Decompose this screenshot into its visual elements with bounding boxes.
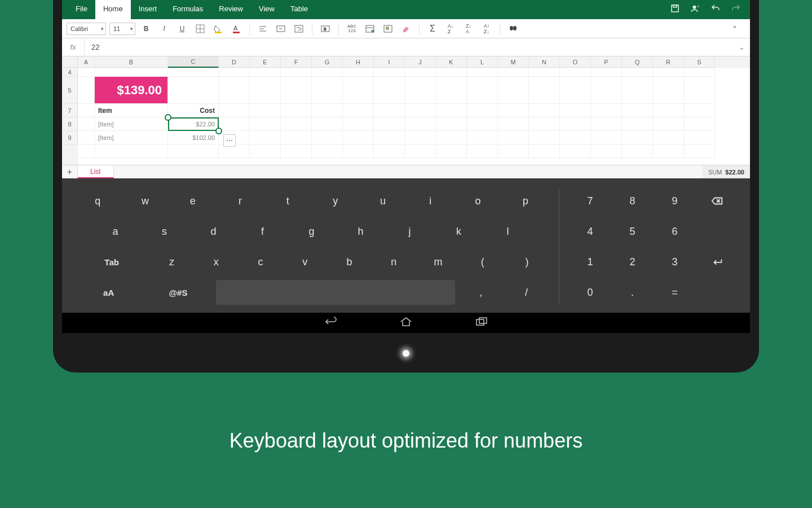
letter-key[interactable]: ( <box>463 249 502 274</box>
equals-key[interactable]: = <box>656 280 693 305</box>
currency-button[interactable]: $ <box>318 21 333 36</box>
letter-key[interactable]: v <box>285 249 324 274</box>
comma-key[interactable]: , <box>461 280 501 305</box>
tab-formulas[interactable]: Formulas <box>165 0 211 19</box>
row-header[interactable]: 4 <box>62 68 78 77</box>
num-key[interactable]: 8 <box>614 189 651 213</box>
price-cell[interactable]: $139.00 <box>95 77 168 104</box>
merge-button[interactable] <box>273 21 288 36</box>
tab-view[interactable]: View <box>251 0 283 19</box>
spacebar-key[interactable] <box>216 280 456 305</box>
column-header[interactable]: S <box>684 56 715 68</box>
tab-home[interactable]: Home <box>95 0 131 19</box>
letter-key[interactable]: k <box>437 219 480 244</box>
letter-key[interactable]: u <box>362 189 404 213</box>
cost-cell[interactable]: $102.00 <box>168 131 219 144</box>
formula-expand-icon[interactable]: ⌄ <box>733 43 750 51</box>
column-header[interactable]: F <box>281 56 312 68</box>
share-icon[interactable]: + <box>690 3 700 14</box>
letter-key[interactable]: p <box>505 189 546 213</box>
cells-area[interactable]: $139.00 Item Cost [Item] $22.00 [Item] $… <box>78 68 750 165</box>
period-key[interactable]: . <box>614 280 651 305</box>
header-item[interactable]: Item <box>95 104 168 117</box>
column-header[interactable]: R <box>653 56 684 68</box>
num-key[interactable]: 2 <box>614 249 651 274</box>
column-header[interactable]: A <box>78 56 95 68</box>
home-nav-icon[interactable] <box>399 316 413 330</box>
borders-button[interactable] <box>193 21 208 36</box>
underline-button[interactable]: U <box>175 21 189 36</box>
letter-key[interactable]: c <box>241 249 280 274</box>
column-header[interactable]: B <box>95 56 168 68</box>
letter-key[interactable]: m <box>419 249 458 274</box>
formula-input[interactable]: 22 <box>85 43 733 51</box>
item-cell[interactable]: [Item] <box>95 131 168 144</box>
num-key[interactable]: 1 <box>572 249 608 274</box>
align-button[interactable] <box>255 21 270 36</box>
add-sheet-button[interactable]: + <box>62 165 78 178</box>
column-header[interactable]: E <box>250 56 281 68</box>
fx-label[interactable]: fx <box>62 38 85 56</box>
letter-key[interactable]: l <box>486 219 529 244</box>
undo-icon[interactable] <box>710 3 721 14</box>
letter-key[interactable]: d <box>192 219 235 244</box>
column-header[interactable]: G <box>312 56 343 68</box>
letter-key[interactable]: n <box>374 249 413 274</box>
column-header[interactable]: Q <box>622 56 653 68</box>
insert-cells-button[interactable] <box>381 21 395 36</box>
column-header[interactable]: I <box>374 56 405 68</box>
slash-key[interactable]: / <box>506 280 546 305</box>
letter-key[interactable]: f <box>241 219 284 244</box>
sort-desc-button[interactable]: Z↓A <box>461 21 476 36</box>
cell-more-button[interactable]: ⋯ <box>223 134 236 147</box>
tab-file[interactable]: File <box>68 0 95 19</box>
letter-key[interactable]: s <box>143 219 186 244</box>
save-icon[interactable] <box>670 3 680 14</box>
item-cell[interactable]: [Item] <box>95 117 168 131</box>
sort-asc-button[interactable]: A↓Z <box>443 21 458 36</box>
num-key[interactable]: 5 <box>614 219 651 244</box>
tab-table[interactable]: Table <box>283 0 316 19</box>
redo-icon[interactable] <box>731 3 741 14</box>
row-header[interactable]: 9 <box>62 131 78 144</box>
table-style-button[interactable] <box>363 21 377 36</box>
num-key[interactable]: 6 <box>656 219 693 244</box>
row-header[interactable]: 5 <box>62 77 78 104</box>
backspace-key[interactable] <box>699 189 735 213</box>
column-header[interactable]: O <box>560 56 591 68</box>
shift-key[interactable]: aA <box>77 280 140 305</box>
num-key[interactable]: 9 <box>656 189 693 213</box>
column-header[interactable]: K <box>436 56 467 68</box>
select-all-corner[interactable] <box>62 56 78 68</box>
sort-custom-button[interactable]: A↑Z↓ <box>479 21 494 36</box>
symbols-key[interactable]: @#S <box>146 280 210 305</box>
tab-key[interactable]: Tab <box>77 249 147 274</box>
tab-review[interactable]: Review <box>211 0 251 19</box>
letter-key[interactable]: a <box>94 219 137 244</box>
column-header[interactable]: D <box>219 56 250 68</box>
row-header[interactable]: 7 <box>62 104 78 117</box>
letter-key[interactable]: b <box>330 249 369 274</box>
letter-key[interactable]: x <box>197 249 236 274</box>
font-name-combo[interactable]: Calibri <box>67 23 106 35</box>
italic-button[interactable]: I <box>157 21 171 36</box>
sheet-tab[interactable]: List <box>78 165 114 178</box>
letter-key[interactable]: e <box>172 189 214 213</box>
column-header[interactable]: H <box>343 56 374 68</box>
num-key[interactable]: 0 <box>572 280 608 305</box>
letter-key[interactable]: j <box>388 219 431 244</box>
recents-nav-icon[interactable] <box>475 316 488 330</box>
letter-key[interactable]: y <box>314 189 356 213</box>
header-cost[interactable]: Cost <box>168 104 219 117</box>
number-format-button[interactable]: ABC123 <box>345 21 359 36</box>
bold-button[interactable]: B <box>139 21 153 36</box>
column-header[interactable]: C <box>168 56 219 68</box>
font-size-combo[interactable]: 11 <box>109 23 135 35</box>
letter-key[interactable]: o <box>457 189 498 213</box>
row-header[interactable]: 8 <box>62 117 78 131</box>
column-header[interactable]: J <box>405 56 436 68</box>
tab-insert[interactable]: Insert <box>131 0 165 19</box>
autosum-button[interactable]: Σ <box>425 21 440 36</box>
column-header[interactable]: M <box>498 56 529 68</box>
enter-key[interactable] <box>699 249 735 274</box>
